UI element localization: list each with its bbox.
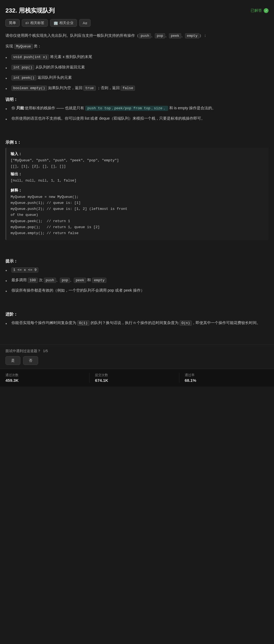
code-o1: O(1) (77, 321, 90, 326)
advanced-list: 你能否实现每个操作均摊时间复杂度为 O(1) 的队列？换句话说，执行 n 个操作… (5, 320, 269, 327)
list-item: 你能否实现每个操作均摊时间复杂度为 O(1) 的队列？换句话说，执行 n 个操作… (5, 320, 269, 327)
stat-pass-count: 通过次数 459.3K (5, 373, 89, 383)
list-item: int pop() 从队列的开头移除并返回元素 (5, 64, 269, 72)
stat-value-submit: 674.1K (95, 378, 179, 383)
solved-badge: 已解答 ✓ (251, 8, 269, 13)
example-title: 示例 1： (5, 140, 269, 145)
code-false: false (121, 86, 135, 91)
code-myqueue: MyQueue (14, 44, 33, 49)
list-item: int peek() 返回队列开头的元素 (5, 74, 269, 82)
code-peek: peek (169, 33, 181, 38)
list-item: 你 只能 使用标准的栈操作 —— 也就是只有 push to top，peek/… (5, 105, 269, 113)
code-true: true (83, 86, 96, 91)
list-item: 你所使用的语言也许不支持栈。你可以使用 list 或者 deque（双端队列）来… (5, 115, 269, 123)
code-push: push (139, 33, 151, 38)
code-on: O(n) (180, 321, 192, 326)
code-pop: pop (155, 33, 165, 38)
notes-header: 说明： (5, 97, 269, 102)
no-button[interactable]: 否 (23, 356, 38, 365)
company-icon: 🏢 (54, 21, 58, 25)
list-item: 1 <= x <= 9 (5, 267, 269, 274)
code-int-peek: int peek() (11, 75, 36, 80)
stat-value-rate: 68.1% (185, 378, 269, 383)
stat-label-submit: 提交次数 (95, 373, 179, 377)
tag-related-tags[interactable]: 🏷 相关标签 (22, 19, 48, 27)
tag-icon: 🏷 (25, 21, 29, 25)
list-item: 假设所有操作都是有效的（例如，一个空的队列不会调用 pop 或者 peek 操作… (5, 287, 269, 295)
example-block: 输入： ["MyQueue", "push", "push", "peek", … (5, 148, 269, 240)
page-title: 232. 用栈实现队列 (5, 7, 55, 15)
tags-row: 简单 🏷 相关标签 🏢 相关企业 Aα (5, 19, 269, 27)
code-empty2: empty (92, 278, 106, 283)
tag-font-size[interactable]: Aα (79, 19, 91, 27)
advanced-header: 进阶： (5, 312, 269, 317)
code-push2: push (44, 278, 56, 283)
stat-label-rate: 通过率 (185, 373, 269, 377)
tag-related-company[interactable]: 🏢 相关企业 (50, 19, 77, 27)
font-icon: Aα (83, 21, 87, 25)
title-row: 232. 用栈实现队列 已解答 ✓ (5, 7, 269, 15)
input-line1: ["MyQueue", "push", "push", "peek", "pop… (11, 158, 264, 170)
hints-list: 1 <= x <= 9 最多调用 100 次 push、pop、peek 和 e… (5, 267, 269, 295)
code-100: 100 (28, 278, 38, 283)
list-item: boolean empty() 如果队列为空，返回 true ；否则，返回 fa… (5, 85, 269, 92)
solved-check-icon: ✓ (264, 8, 269, 13)
code-peek2: peek (74, 278, 86, 283)
code-boolean-empty: boolean empty() (11, 86, 47, 91)
solved-label: 已解答 (251, 8, 262, 13)
input-label: 输入： (11, 152, 264, 156)
notes-list: 你 只能 使用标准的栈操作 —— 也就是只有 push to top，peek/… (5, 105, 269, 123)
stat-pass-rate: 通过率 68.1% (179, 373, 269, 383)
methods-list: void push(int x) 将元素 x 推到队列的末尾 int pop()… (5, 54, 269, 93)
stat-label-pass: 通过次数 (5, 373, 89, 377)
interview-section: 面试中遇到过这道题？ 1/5 是 否 (0, 344, 274, 369)
list-item: 最多调用 100 次 push、pop、peek 和 empty (5, 277, 269, 285)
code-empty: empty (185, 33, 199, 38)
explain-content: MyQueue myQueue = new MyQueue(); myQueue… (11, 194, 264, 236)
code-void-push: void push(int x) (11, 55, 49, 60)
code-pop2: pop (60, 278, 70, 283)
interview-question: 面试中遇到过这道题？ 1/5 (5, 349, 269, 353)
description-intro: 请你仅使用两个栈实现先入先出队列。队列应当支持一般队列支持的所有操作（push、… (5, 32, 269, 39)
yes-button[interactable]: 是 (5, 356, 20, 365)
explain-label: 解释： (11, 188, 264, 193)
output-label: 输出： (11, 172, 264, 177)
highlight-ops: push to top，peek/pop from top，size， (85, 106, 168, 111)
tag-simple[interactable]: 简单 (5, 19, 20, 27)
list-item: void push(int x) 将元素 x 推到队列的末尾 (5, 54, 269, 61)
stat-submit-count: 提交次数 674.1K (89, 373, 179, 383)
hints-header: 提示： (5, 259, 269, 264)
code-int-pop: int pop() (11, 65, 34, 70)
stats-row: 通过次数 459.3K 提交次数 674.1K 通过率 68.1% (0, 369, 274, 386)
stat-value-pass: 459.3K (5, 378, 89, 383)
implement-label: 实现 MyQueue 类： (5, 43, 269, 50)
output-line: [null, null, null, 1, 1, false] (11, 178, 264, 184)
code-range: 1 <= x <= 9 (11, 267, 39, 273)
vote-row: 是 否 (5, 356, 269, 365)
